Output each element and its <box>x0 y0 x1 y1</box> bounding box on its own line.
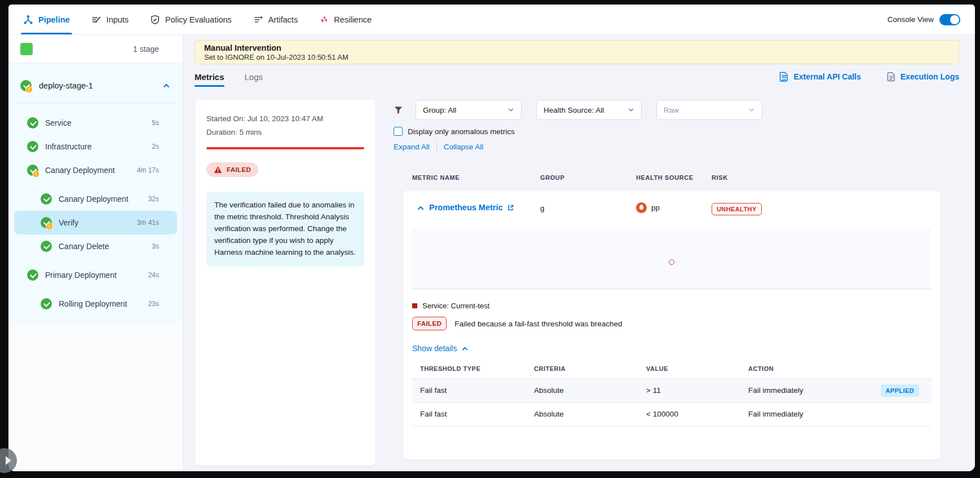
success-check-icon <box>41 241 52 252</box>
step-duration: 24s <box>148 271 159 279</box>
anomalous-metrics-label: Display only anomalous metrics <box>408 127 515 136</box>
success-check-icon <box>41 298 52 309</box>
step-label: Infrastructure <box>45 142 152 151</box>
status-badge: FAILED <box>206 162 258 177</box>
tab-pipeline[interactable]: Pipeline <box>23 5 70 34</box>
shield-check-icon <box>150 15 160 25</box>
chevron-down-icon <box>628 107 634 113</box>
value: < 100000 <box>646 410 678 418</box>
column-action: ACTION <box>748 365 774 372</box>
value: > 11 <box>646 386 661 395</box>
external-api-calls-link[interactable]: API External API Calls <box>779 72 860 82</box>
tab-policy-evaluations[interactable]: Policy Evaluations <box>150 5 232 34</box>
execution-logs-link[interactable]: Execution Logs <box>887 72 959 82</box>
group-filter-select[interactable]: Group: All <box>416 100 522 120</box>
step-canary-deployment[interactable]: Canary Deployment 4m 17s <box>14 158 177 182</box>
step-duration: 3m 41s <box>137 219 159 227</box>
verification-summary-card: Started On: Jul 10, 2023 10:47 AM Durati… <box>195 100 376 466</box>
prometheus-icon <box>636 202 647 213</box>
chevron-down-icon <box>748 107 755 113</box>
column-group: GROUP <box>540 174 564 181</box>
verification-status-row: FAILED Failed because a fail-fast thresh… <box>412 317 622 330</box>
health-source-filter-value: Health Source: All <box>544 106 604 114</box>
tab-artifacts[interactable]: Artifacts <box>253 5 298 34</box>
step-primary-deployment[interactable]: Primary Deployment 24s <box>14 263 177 287</box>
collapse-metric-chevron-icon[interactable] <box>417 204 425 214</box>
step-label: Canary Delete <box>59 242 152 251</box>
step-label: Primary Deployment <box>45 271 148 280</box>
collapse-stage-chevron-icon[interactable] <box>162 82 170 90</box>
stage-name: deploy-stage-1 <box>39 81 155 90</box>
expand-all-link[interactable]: Expand All <box>394 143 430 151</box>
inputs-icon <box>91 15 101 25</box>
execution-logs-label: Execution Logs <box>900 72 959 81</box>
step-label: Canary Deployment <box>45 166 137 175</box>
console-view-toggle[interactable] <box>939 14 960 25</box>
expand-collapse-row: Expand All Collapse All <box>394 142 483 151</box>
success-check-icon <box>27 117 38 129</box>
warning-triangle-icon <box>214 166 222 174</box>
header-links: API External API Calls Execution Logs <box>779 72 959 82</box>
anomalous-metrics-checkbox[interactable] <box>394 127 403 136</box>
metric-chart[interactable] <box>412 229 931 289</box>
legend-label: Service: Current-test <box>422 302 489 310</box>
table-row: Fail fast Absolute > 11 Fail immediately… <box>412 379 932 402</box>
column-risk: RISK <box>712 174 728 181</box>
success-check-icon <box>41 193 52 205</box>
tab-logs[interactable]: Logs <box>245 68 263 86</box>
action: Fail immediately <box>748 386 804 395</box>
tab-artifacts-label: Artifacts <box>268 15 298 24</box>
chart-data-point[interactable] <box>669 259 674 265</box>
metric-name-link[interactable]: Prometheus Metric <box>429 203 514 212</box>
filter-row: Group: All Health Source: All Raw <box>394 100 777 120</box>
console-view-label: Console View <box>888 15 934 24</box>
warning-check-icon <box>41 217 52 228</box>
health-source-filter-select[interactable]: Health Source: All <box>536 100 642 120</box>
raw-filter-select[interactable]: Raw <box>656 100 762 120</box>
step-canary-deployment-child[interactable]: Canary Deployment 32s <box>14 187 177 211</box>
collapse-all-link[interactable]: Collapse All <box>444 143 484 151</box>
step-service[interactable]: Service 5s <box>14 111 177 135</box>
column-threshold-type: THRESHOLD TYPE <box>420 365 480 372</box>
tab-inputs[interactable]: Inputs <box>91 5 129 34</box>
tab-metrics-label: Metrics <box>195 72 224 82</box>
banner-subtitle: Set to IGNORE on 10-Jul-2023 10:50:51 AM <box>204 53 950 62</box>
stage-status-square <box>20 43 33 55</box>
raw-filter-placeholder: Raw <box>664 106 679 114</box>
failure-reason: Failed because a fail-fast threshold was… <box>454 320 622 328</box>
step-duration: 2s <box>152 143 159 151</box>
stage-row-deploy-stage-1[interactable]: deploy-stage-1 <box>8 73 183 98</box>
step-duration: 4m 17s <box>137 166 159 174</box>
step-rolling-deployment[interactable]: Rolling Deployment 23s <box>14 292 177 316</box>
success-check-icon <box>27 141 38 152</box>
console-view-control: Console View <box>888 14 960 25</box>
tab-resilience[interactable]: Resilience <box>319 5 372 34</box>
metric-group-value: g <box>540 204 545 213</box>
step-duration: 32s <box>148 195 159 203</box>
metric-row: Prometheus Metric g pp UNHEALTHY <box>403 191 941 225</box>
success-check-icon <box>27 269 38 281</box>
status-badge-label: FAILED <box>227 166 251 173</box>
column-value: VALUE <box>646 365 668 372</box>
divider <box>16 103 175 103</box>
started-on: Started On: Jul 10, 2023 10:47 AM <box>206 114 364 123</box>
banner-title: Manual Intervention <box>204 43 950 53</box>
progress-bar-failed <box>206 147 364 149</box>
applied-badge: APPLIED <box>881 384 919 397</box>
sidebar-header: 1 stage <box>8 35 183 63</box>
criteria: Absolute <box>534 410 564 418</box>
column-health-source: HEALTH SOURCE <box>636 174 694 181</box>
tab-metrics[interactable]: Metrics <box>195 68 224 86</box>
threshold-type: Fail fast <box>420 386 447 395</box>
column-criteria: CRITERIA <box>534 365 566 372</box>
divider <box>436 142 437 151</box>
step-canary-delete[interactable]: Canary Delete 3s <box>14 234 177 258</box>
step-duration: 5s <box>152 119 159 127</box>
step-infrastructure[interactable]: Infrastructure 2s <box>14 135 177 158</box>
resilience-icon <box>319 15 329 24</box>
chevron-up-icon <box>461 345 469 352</box>
step-label: Rolling Deployment <box>59 299 148 308</box>
step-verify[interactable]: Verify 3m 41s <box>14 211 177 234</box>
show-details-link[interactable]: Show details <box>412 344 469 353</box>
duration: Duration: 5 mins <box>206 128 364 136</box>
